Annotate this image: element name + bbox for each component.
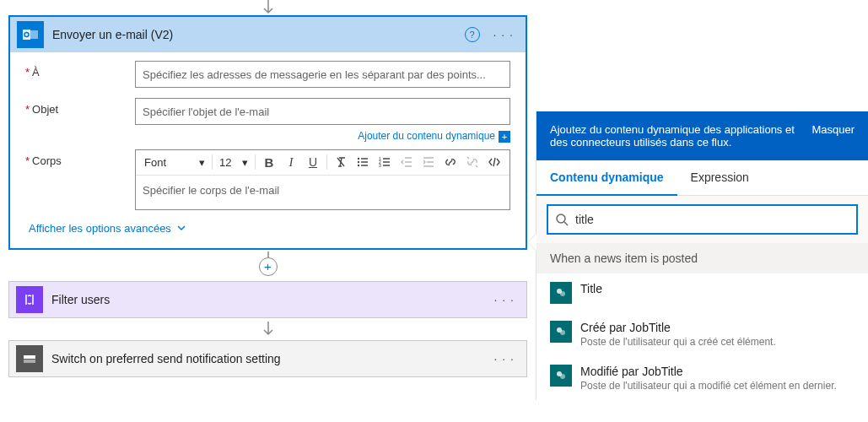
svg-text:3: 3 — [379, 163, 381, 168]
show-advanced-link[interactable]: Afficher les options avancées — [25, 220, 510, 240]
switch-icon — [16, 345, 43, 372]
code-view-button[interactable] — [484, 152, 504, 172]
subject-input[interactable]: Spécifier l'objet de l'e-mail — [135, 98, 510, 125]
switch-header[interactable]: Switch on preferred send notification se… — [9, 341, 526, 376]
token-group-header: When a news item is posted — [536, 243, 868, 273]
connector-arrow-top — [261, 0, 275, 15]
token-modified-by-jobtitle[interactable]: Modifié par JobTitle Poste de l'utilisat… — [536, 356, 868, 400]
plus-icon: + — [499, 131, 510, 143]
search-input[interactable] — [575, 213, 849, 226]
data-operation-icon — [16, 286, 43, 313]
body-input[interactable]: Spécifier le corps de l'e-mail — [136, 176, 509, 209]
switch-card: Switch on preferred send notification se… — [8, 340, 527, 377]
card-menu-button[interactable]: · · · — [489, 352, 520, 365]
send-email-card: Envoyer un e-mail (V2) ? · · · *À Spécif… — [8, 15, 527, 250]
svg-point-17 — [560, 374, 565, 379]
svg-point-15 — [560, 330, 565, 335]
filter-users-title: Filter users — [51, 293, 481, 306]
number-list-button[interactable]: 123 — [375, 152, 395, 172]
body-editor: Font▾ 12▾ B I U 123 — [135, 149, 510, 210]
svg-rect-1 — [30, 30, 38, 39]
search-box[interactable] — [547, 204, 858, 235]
svg-rect-9 — [24, 355, 35, 359]
bold-button[interactable]: B — [259, 152, 279, 172]
italic-button[interactable]: I — [281, 152, 301, 172]
link-button[interactable] — [440, 152, 461, 172]
body-label: *Corps — [25, 149, 135, 167]
filter-users-header[interactable]: Filter users · · · — [9, 282, 526, 317]
clear-format-button[interactable] — [331, 152, 351, 172]
search-icon — [555, 213, 569, 226]
dynamic-content-panel: Ajoutez du contenu dynamique des applica… — [536, 111, 868, 400]
outlook-icon — [17, 21, 44, 48]
indent-button — [418, 152, 439, 172]
svg-point-13 — [560, 291, 565, 296]
switch-title: Switch on preferred send notification se… — [51, 352, 481, 365]
send-email-header[interactable]: Envoyer un e-mail (V2) ? · · · — [10, 17, 526, 52]
hide-panel-link[interactable]: Masquer — [811, 123, 855, 136]
underline-button[interactable]: U — [303, 152, 323, 172]
svg-point-4 — [358, 161, 359, 163]
svg-point-11 — [557, 214, 565, 223]
svg-rect-10 — [24, 360, 35, 363]
send-email-title: Envoyer un e-mail (V2) — [52, 28, 456, 41]
chevron-down-icon — [176, 223, 186, 233]
filter-users-card: Filter users · · · — [8, 281, 527, 318]
to-input[interactable]: Spécifiez les adresses de messagerie en … — [135, 61, 510, 88]
card-menu-button[interactable]: · · · — [488, 28, 519, 41]
sharepoint-icon — [550, 321, 572, 343]
svg-point-3 — [358, 158, 359, 160]
tab-dynamic-content[interactable]: Contenu dynamique — [536, 160, 677, 196]
subject-label: *Objet — [25, 98, 135, 116]
unlink-button — [462, 152, 483, 172]
rte-toolbar: Font▾ 12▾ B I U 123 — [136, 150, 509, 176]
panel-header: Ajoutez du contenu dynamique des applica… — [536, 111, 868, 160]
sharepoint-icon — [550, 365, 572, 387]
svg-point-5 — [358, 165, 359, 166]
outdent-button — [396, 152, 417, 172]
help-icon[interactable]: ? — [465, 27, 480, 42]
bullet-list-button[interactable] — [353, 152, 373, 172]
token-created-by-jobtitle[interactable]: Créé par JobTitle Poste de l'utilisateur… — [536, 312, 868, 356]
add-dynamic-content-link[interactable]: Ajouter du contenu dynamique+ — [25, 130, 510, 143]
add-step-button[interactable]: + — [259, 257, 278, 276]
sharepoint-icon — [550, 282, 572, 304]
token-title[interactable]: Title — [536, 273, 868, 312]
font-family-select[interactable]: Font▾ — [141, 152, 208, 172]
card-menu-button[interactable]: · · · — [489, 293, 520, 306]
tab-expression[interactable]: Expression — [677, 160, 763, 195]
font-size-select[interactable]: 12▾ — [216, 152, 251, 172]
panel-tabs: Contenu dynamique Expression — [536, 160, 868, 196]
connector-arrow — [261, 322, 275, 337]
to-label: *À — [25, 61, 135, 78]
